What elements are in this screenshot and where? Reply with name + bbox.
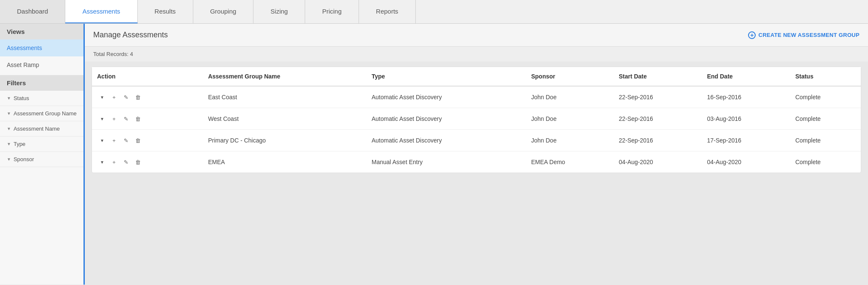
col-status: Status xyxy=(790,67,861,86)
sidebar-views: AssessmentsAsset Ramp xyxy=(0,39,83,73)
delete-icon[interactable]: 🗑 xyxy=(133,157,143,167)
filter-label: Assessment Group Name xyxy=(14,110,77,117)
start-date-cell: 22-Sep-2016 xyxy=(614,86,702,108)
filter-label: Status xyxy=(14,95,29,101)
sponsor-cell: John Doe xyxy=(526,108,614,130)
type-cell: Manual Asset Entry xyxy=(367,151,526,173)
add-icon[interactable]: + xyxy=(109,157,119,167)
nav-tab-dashboard[interactable]: Dashboard xyxy=(0,0,65,23)
start-date-cell: 22-Sep-2016 xyxy=(614,130,702,151)
action-cell: ▼ + ✎ 🗑 xyxy=(92,108,203,130)
table-row: ▼ + ✎ 🗑 East Coast Automatic Asset Disco… xyxy=(92,86,861,108)
group-name-cell: East Coast xyxy=(203,86,367,108)
nav-tab-reports[interactable]: Reports xyxy=(359,0,416,23)
nav-tab-assessments[interactable]: Assessments xyxy=(65,0,137,23)
views-section-title: Views xyxy=(0,24,83,39)
create-button-label: CREATE NEW ASSESSMENT GROUP xyxy=(758,32,860,38)
manage-title: Manage Assessments xyxy=(93,31,168,39)
assessments-table-container: Action Assessment Group Name Type Sponso… xyxy=(92,67,861,173)
sponsor-cell: John Doe xyxy=(526,130,614,151)
start-date-cell: 22-Sep-2016 xyxy=(614,108,702,130)
sponsor-cell: EMEA Demo xyxy=(526,151,614,173)
plus-circle-icon: + xyxy=(748,31,756,39)
type-cell: Automatic Asset Discovery xyxy=(367,86,526,108)
edit-icon[interactable]: ✎ xyxy=(121,135,131,145)
expand-icon[interactable]: ▼ xyxy=(97,92,107,102)
delete-icon[interactable]: 🗑 xyxy=(133,92,143,102)
nav-tab-sizing[interactable]: Sizing xyxy=(253,0,305,23)
group-name-cell: EMEA xyxy=(203,151,367,173)
filter-label: Assessment Name xyxy=(14,126,60,132)
status-cell: Complete xyxy=(790,151,861,173)
filter-item-assessment-group-name[interactable]: ▼Assessment Group Name xyxy=(0,106,83,121)
sidebar-filters: ▼Status▼Assessment Group Name▼Assessment… xyxy=(0,91,83,167)
nav-tab-grouping[interactable]: Grouping xyxy=(193,0,254,23)
filters-section-title: Filters xyxy=(0,75,83,91)
chevron-icon: ▼ xyxy=(7,157,11,162)
group-name-cell: West Coast xyxy=(203,108,367,130)
top-navigation: DashboardAssessmentsResultsGroupingSizin… xyxy=(0,0,868,24)
chevron-icon: ▼ xyxy=(7,126,11,131)
action-cell: ▼ + ✎ 🗑 xyxy=(92,86,203,108)
status-cell: Complete xyxy=(790,86,861,108)
main-content: Manage Assessments + CREATE NEW ASSESSME… xyxy=(85,24,868,285)
add-icon[interactable]: + xyxy=(109,114,119,124)
delete-icon[interactable]: 🗑 xyxy=(133,114,143,124)
group-name-cell: Primary DC - Chicago xyxy=(203,130,367,151)
edit-icon[interactable]: ✎ xyxy=(121,114,131,124)
sidebar-item-asset-ramp[interactable]: Asset Ramp xyxy=(0,56,83,73)
filter-item-sponsor[interactable]: ▼Sponsor xyxy=(0,152,83,167)
add-icon[interactable]: + xyxy=(109,135,119,145)
col-group-name: Assessment Group Name xyxy=(203,67,367,86)
col-end-date: End Date xyxy=(702,67,790,86)
add-icon[interactable]: + xyxy=(109,92,119,102)
nav-tab-results[interactable]: Results xyxy=(138,0,193,23)
chevron-icon: ▼ xyxy=(7,142,11,146)
action-cell: ▼ + ✎ 🗑 xyxy=(92,130,203,151)
manage-header: Manage Assessments + CREATE NEW ASSESSME… xyxy=(85,24,868,47)
start-date-cell: 04-Aug-2020 xyxy=(614,151,702,173)
table-row: ▼ + ✎ 🗑 EMEA Manual Asset Entry EMEA Dem… xyxy=(92,151,861,173)
filter-item-status[interactable]: ▼Status xyxy=(0,91,83,106)
type-cell: Automatic Asset Discovery xyxy=(367,130,526,151)
filter-item-type[interactable]: ▼Type xyxy=(0,137,83,152)
col-sponsor: Sponsor xyxy=(526,67,614,86)
chevron-icon: ▼ xyxy=(7,96,11,101)
table-body: ▼ + ✎ 🗑 East Coast Automatic Asset Disco… xyxy=(92,86,861,173)
end-date-cell: 04-Aug-2020 xyxy=(702,151,790,173)
nav-tab-pricing[interactable]: Pricing xyxy=(305,0,359,23)
table-row: ▼ + ✎ 🗑 West Coast Automatic Asset Disco… xyxy=(92,108,861,130)
col-start-date: Start Date xyxy=(614,67,702,86)
table-header-row: Action Assessment Group Name Type Sponso… xyxy=(92,67,861,86)
chevron-icon: ▼ xyxy=(7,111,11,116)
sponsor-cell: John Doe xyxy=(526,86,614,108)
assessments-table: Action Assessment Group Name Type Sponso… xyxy=(92,67,861,173)
expand-icon[interactable]: ▼ xyxy=(97,135,107,145)
filter-label: Sponsor xyxy=(14,156,34,162)
action-cell: ▼ + ✎ 🗑 xyxy=(92,151,203,173)
edit-icon[interactable]: ✎ xyxy=(121,157,131,167)
expand-icon[interactable]: ▼ xyxy=(97,114,107,124)
type-cell: Automatic Asset Discovery xyxy=(367,108,526,130)
total-records: Total Records: 4 xyxy=(85,47,868,61)
col-action: Action xyxy=(92,67,203,86)
filter-label: Type xyxy=(14,141,25,147)
delete-icon[interactable]: 🗑 xyxy=(133,135,143,145)
create-assessment-group-button[interactable]: + CREATE NEW ASSESSMENT GROUP xyxy=(748,31,860,39)
end-date-cell: 03-Aug-2016 xyxy=(702,108,790,130)
table-row: ▼ + ✎ 🗑 Primary DC - Chicago Automatic A… xyxy=(92,130,861,151)
sidebar: Views AssessmentsAsset Ramp Filters ▼Sta… xyxy=(0,24,85,285)
filter-item-assessment-name[interactable]: ▼Assessment Name xyxy=(0,121,83,137)
status-cell: Complete xyxy=(790,130,861,151)
end-date-cell: 17-Sep-2016 xyxy=(702,130,790,151)
expand-icon[interactable]: ▼ xyxy=(97,157,107,167)
col-type: Type xyxy=(367,67,526,86)
sidebar-item-assessments[interactable]: Assessments xyxy=(0,39,83,56)
end-date-cell: 16-Sep-2016 xyxy=(702,86,790,108)
edit-icon[interactable]: ✎ xyxy=(121,92,131,102)
status-cell: Complete xyxy=(790,108,861,130)
